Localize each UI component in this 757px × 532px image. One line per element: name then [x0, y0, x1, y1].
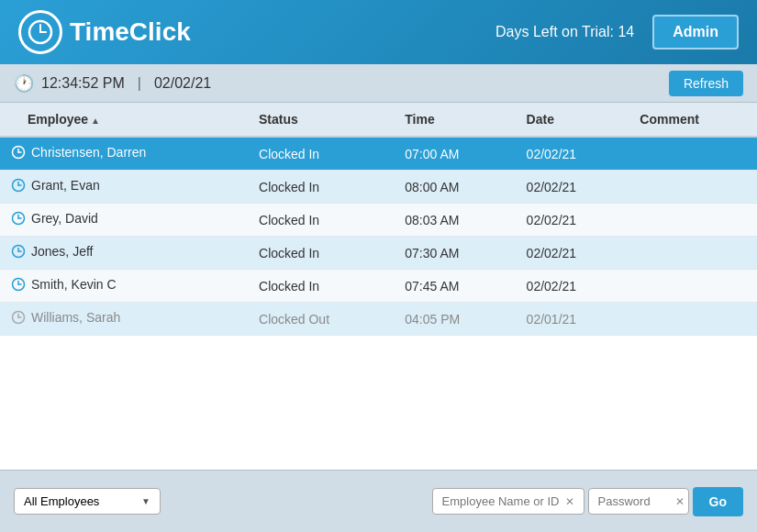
col-time[interactable]: Time [394, 103, 515, 137]
logo-area: TimeClick [18, 10, 191, 54]
table-row[interactable]: Jones, JeffClocked In07:30 AM02/02/21 [0, 237, 757, 270]
status-cell: Clocked In [248, 237, 394, 270]
table-row[interactable]: Grey, DavidClocked In08:03 AM02/02/21 [0, 204, 757, 237]
comment-cell [629, 137, 757, 171]
employee-search-field[interactable]: ✕ [432, 488, 584, 515]
col-comment: Comment [629, 103, 757, 137]
header-right: Days Left on Trial: 14 Admin [495, 15, 739, 50]
employee-cell: Williams, Sarah [0, 303, 248, 336]
refresh-button[interactable]: Refresh [669, 71, 743, 96]
date-value: 02/02/21 [154, 75, 211, 92]
col-status[interactable]: Status [248, 103, 394, 137]
table-row[interactable]: Grant, EvanClocked In08:00 AM02/02/21 [0, 171, 757, 204]
employee-table: Employee Status Time Date Comment Christ… [0, 103, 757, 336]
employee-cell: Christensen, Darren [0, 137, 248, 171]
admin-button[interactable]: Admin [652, 15, 739, 50]
toolbar: 🕐 12:34:52 PM | 02/02/21 Refresh [0, 64, 757, 103]
date-cell: 02/01/21 [516, 303, 629, 336]
comment-cell [629, 303, 757, 336]
table-header: Employee Status Time Date Comment [0, 103, 757, 137]
trial-text: Days Left on Trial: 14 [495, 24, 634, 40]
time-display: 🕐 12:34:52 PM | 02/02/21 [14, 73, 211, 94]
date-cell: 02/02/21 [516, 137, 629, 171]
time-cell: 07:00 AM [394, 137, 515, 171]
col-date[interactable]: Date [516, 103, 629, 137]
password-input[interactable] [598, 494, 672, 508]
logo-text: TimeClick [70, 17, 191, 47]
footer-right: ✕ ✕ Go [432, 487, 743, 516]
table-row[interactable]: Christensen, DarrenClocked In07:00 AM02/… [0, 137, 757, 171]
employee-cell: Grant, Evan [0, 171, 248, 204]
employee-cell: Jones, Jeff [0, 237, 248, 270]
footer: All Employees ▼ ✕ ✕ Go [0, 470, 757, 532]
go-button[interactable]: Go [693, 487, 743, 516]
clear-password-icon[interactable]: ✕ [675, 495, 685, 508]
date-cell: 02/02/21 [516, 204, 629, 237]
date-cell: 02/02/21 [516, 171, 629, 204]
password-field[interactable]: ✕ [588, 488, 689, 515]
comment-cell [629, 237, 757, 270]
employee-filter-dropdown[interactable]: All Employees ▼ [14, 488, 161, 515]
employee-table-container: Employee Status Time Date Comment Christ… [0, 103, 757, 470]
employee-cell: Smith, Kevin C [0, 270, 248, 303]
time-value: 12:34:52 PM [41, 75, 125, 92]
time-cell: 04:05 PM [394, 303, 515, 336]
dropdown-label: All Employees [24, 494, 99, 508]
table-body: Christensen, DarrenClocked In07:00 AM02/… [0, 137, 757, 336]
chevron-down-icon: ▼ [141, 496, 150, 506]
comment-cell [629, 270, 757, 303]
time-cell: 07:30 AM [394, 237, 515, 270]
col-employee[interactable]: Employee [0, 103, 248, 137]
employee-cell: Grey, David [0, 204, 248, 237]
footer-left: All Employees ▼ [14, 488, 161, 515]
status-cell: Clocked In [248, 137, 394, 171]
status-cell: Clocked Out [248, 303, 394, 336]
status-cell: Clocked In [248, 171, 394, 204]
date-cell: 02/02/21 [516, 270, 629, 303]
time-cell: 07:45 AM [394, 270, 515, 303]
time-cell: 08:00 AM [394, 171, 515, 204]
table-header-row: Employee Status Time Date Comment [0, 103, 757, 137]
table-row[interactable]: Williams, SarahClocked Out04:05 PM02/01/… [0, 303, 757, 336]
separator: | [138, 75, 141, 92]
clock-icon: 🕐 [14, 73, 34, 94]
status-cell: Clocked In [248, 204, 394, 237]
logo-icon [18, 10, 62, 54]
app-header: TimeClick Days Left on Trial: 14 Admin [0, 0, 757, 64]
status-cell: Clocked In [248, 270, 394, 303]
table-row[interactable]: Smith, Kevin CClocked In07:45 AM02/02/21 [0, 270, 757, 303]
comment-cell [629, 204, 757, 237]
time-cell: 08:03 AM [394, 204, 515, 237]
comment-cell [629, 171, 757, 204]
date-cell: 02/02/21 [516, 237, 629, 270]
clear-employee-icon[interactable]: ✕ [565, 495, 574, 508]
employee-name-input[interactable] [442, 494, 562, 508]
